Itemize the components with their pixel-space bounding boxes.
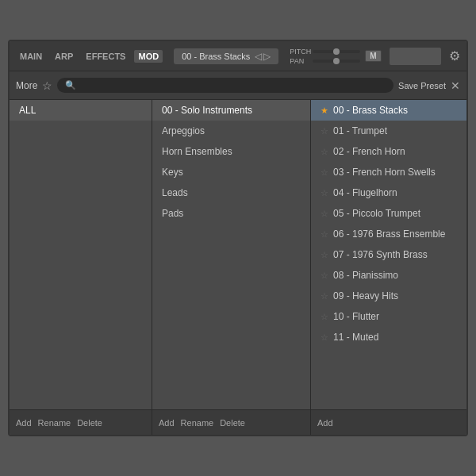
list-item[interactable]: ☆ 01 - Trumpet [311, 121, 466, 141]
panel-right-footer: Add [311, 409, 466, 435]
output-display [390, 48, 441, 65]
panel-left: ALL Add Rename Delete [10, 100, 152, 435]
browser-area: ALL Add Rename Delete 00 - Solo Instrume… [10, 100, 466, 435]
list-item-label: 02 - French Horn [333, 146, 405, 157]
more-button[interactable]: More [16, 80, 37, 91]
star-icon[interactable]: ☆ [321, 312, 328, 322]
left-delete-button[interactable]: Delete [77, 418, 102, 428]
star-icon[interactable]: ☆ [321, 250, 328, 260]
panel-mid-footer: Add Rename Delete [152, 409, 310, 435]
star-icon[interactable]: ☆ [321, 291, 328, 301]
list-item-label: 11 - Muted [333, 332, 378, 343]
left-rename-button[interactable]: Rename [38, 418, 71, 428]
list-item[interactable]: ★ 00 - Brass Stacks [311, 100, 466, 121]
list-item[interactable]: ☆ 05 - Piccolo Trumpet [311, 203, 466, 224]
pitch-row: PITCH [290, 48, 360, 56]
star-icon[interactable]: ☆ [321, 188, 328, 198]
pitch-label: PITCH [290, 48, 309, 56]
next-preset-button[interactable]: ▷ [263, 51, 271, 62]
list-item[interactable]: Horn Ensembles [152, 141, 310, 162]
list-item-label: ALL [19, 105, 36, 116]
star-icon[interactable]: ☆ [321, 271, 328, 281]
list-item-label: 00 - Solo Instruments [162, 105, 252, 116]
list-item-label: Horn Ensembles [162, 146, 232, 157]
search-input-wrap: 🔍 [57, 78, 393, 93]
panel-right: ★ 00 - Brass Stacks ☆ 01 - Trumpet ☆ 02 … [311, 100, 466, 435]
m-button[interactable]: M [365, 50, 381, 62]
list-item-label: Keys [162, 167, 183, 178]
preset-name: 00 - Brass Stacks [182, 52, 250, 61]
tab-effects[interactable]: EFFECTS [82, 50, 129, 63]
panel-mid-list: 00 - Solo Instruments Arpeggios Horn Ens… [152, 100, 310, 409]
panel-left-footer: Add Rename Delete [10, 409, 152, 435]
save-preset-button[interactable]: Save Preset [398, 81, 446, 90]
list-item-label: 01 - Trumpet [333, 125, 387, 136]
list-item-label: 00 - Brass Stacks [333, 105, 408, 116]
list-item[interactable]: ☆ 07 - 1976 Synth Brass [311, 244, 466, 265]
list-item[interactable]: Leads [152, 182, 310, 203]
tab-main[interactable]: MAIN [16, 50, 46, 63]
list-item[interactable]: 00 - Solo Instruments [152, 100, 310, 121]
mid-rename-button[interactable]: Rename [181, 418, 214, 428]
panel-mid: 00 - Solo Instruments Arpeggios Horn Ens… [152, 100, 311, 435]
pan-row: PAN [290, 57, 360, 65]
list-item[interactable]: ☆ 10 - Flutter [311, 306, 466, 327]
list-item-label: 09 - Heavy Hits [333, 290, 398, 301]
gear-icon[interactable]: ⚙ [449, 48, 460, 63]
star-icon[interactable]: ☆ [321, 332, 328, 343]
list-item[interactable]: ☆ 09 - Heavy Hits [311, 286, 466, 306]
list-item-label: 06 - 1976 Brass Ensemble [333, 228, 445, 240]
pan-label: PAN [290, 57, 309, 65]
star-icon[interactable]: ☆ [321, 229, 328, 240]
star-icon[interactable]: ☆ [321, 209, 328, 219]
list-item-label: 03 - French Horn Swells [333, 167, 436, 178]
list-item-label: Arpeggios [162, 125, 205, 136]
list-item[interactable]: ☆ 08 - Pianissimo [311, 265, 466, 286]
search-input[interactable] [81, 81, 386, 90]
list-item[interactable]: ☆ 11 - Muted [311, 327, 466, 347]
list-item[interactable]: ☆ 02 - French Horn [311, 141, 466, 162]
search-icon: 🔍 [65, 80, 76, 90]
list-item-label: Leads [162, 187, 188, 198]
list-item[interactable]: Arpeggios [152, 121, 310, 141]
list-item[interactable]: ☆ 03 - French Horn Swells [311, 162, 466, 182]
mid-delete-button[interactable]: Delete [220, 418, 245, 428]
left-add-button[interactable]: Add [16, 418, 32, 428]
list-item[interactable]: ☆ 04 - Flugelhorn [311, 182, 466, 203]
star-icon[interactable]: ☆ [321, 126, 328, 136]
list-item[interactable]: Keys [152, 162, 310, 182]
list-item-label: 04 - Flugelhorn [333, 187, 397, 198]
pan-slider[interactable] [313, 60, 360, 63]
list-item-label: 05 - Piccolo Trumpet [333, 208, 420, 219]
nav-bar: MAIN ARP EFFECTS MOD 00 - Brass Stacks ◁… [10, 41, 466, 71]
prev-preset-button[interactable]: ◁ [255, 51, 262, 62]
list-item-label: 07 - 1976 Synth Brass [333, 249, 428, 260]
tab-arp[interactable]: ARP [51, 50, 77, 63]
preset-arrows: ◁ ▷ [255, 51, 271, 62]
close-button[interactable]: ✕ [451, 79, 460, 92]
preset-display: 00 - Brass Stacks ◁ ▷ [174, 48, 278, 64]
list-item-label: 08 - Pianissimo [333, 270, 398, 281]
panel-right-list: ★ 00 - Brass Stacks ☆ 01 - Trumpet ☆ 02 … [311, 100, 466, 409]
pitch-slider[interactable] [313, 50, 360, 53]
mid-add-button[interactable]: Add [159, 418, 175, 428]
app-window: MAIN ARP EFFECTS MOD 00 - Brass Stacks ◁… [8, 40, 468, 436]
star-icon[interactable]: ☆ [321, 147, 328, 157]
list-item-label: Pads [162, 208, 183, 219]
panel-left-list: ALL [10, 100, 152, 409]
pitch-pan-section: PITCH PAN [290, 48, 360, 65]
right-add-button[interactable]: Add [317, 418, 333, 428]
star-icon[interactable]: ☆ [321, 167, 328, 178]
star-icon[interactable]: ★ [321, 106, 328, 116]
favorites-star-button[interactable]: ☆ [42, 79, 52, 92]
tab-mod[interactable]: MOD [134, 50, 163, 63]
list-item-label: 10 - Flutter [333, 311, 379, 322]
list-item[interactable]: ALL [10, 100, 152, 121]
list-item[interactable]: ☆ 06 - 1976 Brass Ensemble [311, 224, 466, 244]
search-bar: More ☆ 🔍 Save Preset ✕ [10, 71, 466, 100]
list-item[interactable]: Pads [152, 203, 310, 224]
